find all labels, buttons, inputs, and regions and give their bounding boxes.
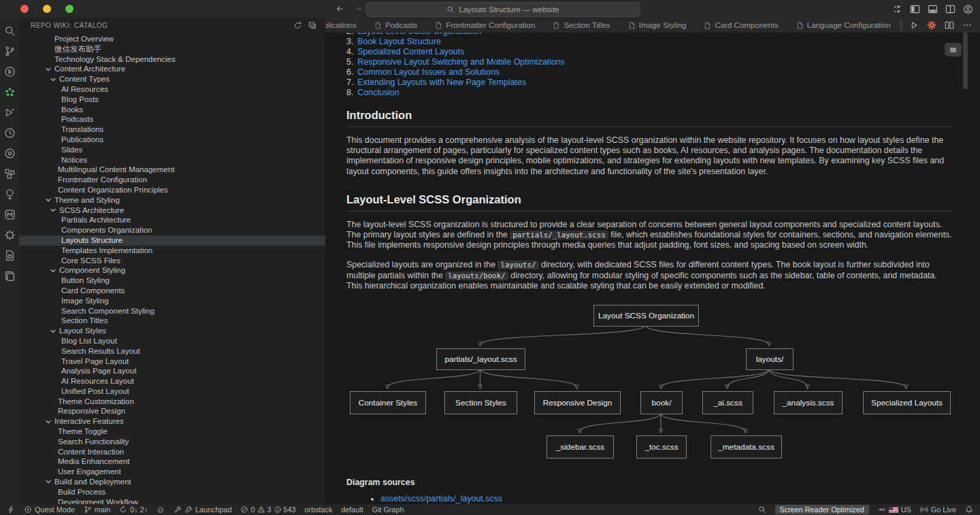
search-icon[interactable] bbox=[4, 25, 16, 37]
run-button[interactable] bbox=[909, 20, 919, 30]
sidebar-item-publications[interactable]: Publications bbox=[19, 135, 325, 145]
go-live[interactable]: Go Live bbox=[920, 505, 956, 514]
toc-link[interactable]: Extending Layouts with New Page Template… bbox=[357, 78, 526, 87]
toc-link[interactable]: Specialized Content Layouts bbox=[357, 47, 464, 56]
zoom-window-button[interactable] bbox=[65, 5, 74, 13]
back-arrow-icon[interactable] bbox=[335, 4, 344, 14]
toc-link[interactable]: Conclusion bbox=[357, 88, 399, 97]
refresh-icon[interactable] bbox=[293, 21, 302, 30]
split-editor-button[interactable] bbox=[945, 20, 954, 30]
sidebar-item-layouts-structure[interactable]: Layouts Structure bbox=[19, 235, 325, 246]
preview-menu-button[interactable] bbox=[945, 43, 962, 56]
toggle-panel-icon[interactable] bbox=[928, 4, 938, 14]
remote-indicator[interactable] bbox=[7, 505, 15, 514]
editor-scrollbar[interactable] bbox=[963, 33, 968, 89]
collapse-all-icon[interactable] bbox=[308, 21, 317, 30]
tab-language-configuration[interactable]: Language Configuration bbox=[787, 18, 900, 33]
launchpad[interactable]: Launchpad bbox=[174, 505, 231, 514]
sidebar-item-interactive-features[interactable]: Interactive Features bbox=[19, 416, 325, 427]
toc-link[interactable]: Common Layout Issues and Solutions bbox=[357, 67, 500, 77]
sidebar-item-content-organization-principles[interactable]: Content Organization Principles bbox=[19, 185, 325, 195]
toc-link[interactable]: Layout-Level SCSS Organization bbox=[357, 33, 481, 36]
sidebar-item-translations[interactable]: Translations bbox=[19, 124, 325, 135]
sidebar-item-blog-posts[interactable]: Blog Posts bbox=[19, 95, 325, 105]
sidebar-item-partials-architecture[interactable]: Partials Architecture bbox=[19, 215, 325, 225]
sidebar-item-search-component-styling[interactable]: Search Component Styling bbox=[19, 306, 325, 316]
forward-arrow-icon[interactable] bbox=[354, 4, 363, 14]
sidebar-item-theme-toggle[interactable]: Theme Toggle bbox=[19, 427, 325, 437]
sidebar-item-search-results-layout[interactable]: Search Results Layout bbox=[19, 346, 325, 356]
quest-mode[interactable]: Quest Mode bbox=[24, 505, 75, 514]
sidebar-item-search-functionality[interactable]: Search Functionality bbox=[19, 437, 325, 447]
gear-ball-icon[interactable] bbox=[4, 229, 16, 241]
tab-publications[interactable]: Publications bbox=[325, 18, 365, 33]
toc-link[interactable]: Responsive Layout Switching and Mobile O… bbox=[357, 57, 564, 67]
tab-image-styling[interactable]: Image Styling bbox=[619, 18, 696, 33]
beast-mode[interactable] bbox=[157, 505, 165, 514]
tab-podcasts[interactable]: Podcasts bbox=[365, 18, 426, 33]
sidebar-item-微信发布助手[interactable]: 微信发布助手 bbox=[19, 44, 325, 54]
sidebar-item-development-workflow[interactable]: Development Workflow bbox=[19, 497, 325, 504]
copy-pages-icon[interactable] bbox=[4, 270, 16, 282]
sidebar-item-build-process[interactable]: Build Process bbox=[19, 487, 325, 497]
profile-default[interactable]: default bbox=[341, 505, 363, 514]
sidebar-item-scss-architecture[interactable]: SCSS Architecture bbox=[19, 205, 325, 216]
tab-section-titles[interactable]: Section Titles bbox=[544, 18, 619, 33]
tab-card-components[interactable]: Card Components bbox=[695, 18, 787, 33]
sidebar-item-slides[interactable]: Slides bbox=[19, 145, 325, 155]
sidebar-item-layout-styles[interactable]: Layout Styles bbox=[19, 326, 325, 336]
sidebar-item-component-styling[interactable]: Component Styling bbox=[19, 265, 325, 276]
account-icon[interactable] bbox=[963, 4, 973, 14]
sidebar-item-components-organization[interactable]: Components Organization bbox=[19, 225, 325, 235]
sidebar-item-media-enhancement[interactable]: Media Enhancement bbox=[19, 456, 325, 467]
sidebar-item-frontmatter-configuration[interactable]: Frontmatter Configuration bbox=[19, 175, 325, 185]
sidebar-item-content-architecture[interactable]: Content Architecture bbox=[19, 64, 325, 74]
toggle-secondary-sidebar-icon[interactable] bbox=[945, 4, 956, 14]
sidebar-item-templates-implementation[interactable]: Templates Implementation bbox=[19, 246, 325, 256]
customize-layout-icon[interactable] bbox=[892, 4, 902, 14]
git-branch[interactable]: main bbox=[84, 505, 110, 514]
wiki-extension-icon[interactable] bbox=[4, 86, 16, 98]
orbstack[interactable]: orbstack bbox=[305, 505, 333, 514]
sidebar-item-project-overview[interactable]: Project Overview bbox=[19, 34, 325, 44]
sidebar-item-image-styling[interactable]: Image Styling bbox=[19, 296, 325, 306]
sidebar-item-section-titles[interactable]: Section Titles bbox=[19, 316, 325, 326]
sidebar-item-podcasts[interactable]: Podcasts bbox=[19, 114, 325, 124]
sidebar-item-core-scss-files[interactable]: Core SCSS Files bbox=[19, 256, 325, 266]
sidebar-item-travel-page-layout[interactable]: Travel Page Layout bbox=[19, 356, 325, 367]
sidebar-item-content-types[interactable]: Content Types bbox=[19, 74, 325, 84]
sidebar-item-ai-resources-layout[interactable]: AI Resources Layout bbox=[19, 376, 325, 386]
more-actions-button[interactable] bbox=[962, 20, 972, 30]
extensions-boxes-icon[interactable] bbox=[4, 168, 16, 180]
sidebar-item-theme-and-styling[interactable]: Theme and Styling bbox=[19, 195, 325, 205]
problems[interactable]: 03543 bbox=[240, 505, 295, 514]
sidebar-item-responsive-design[interactable]: Responsive Design bbox=[19, 406, 325, 416]
plant-icon[interactable] bbox=[4, 188, 16, 200]
sidebar-item-analysis-page-layout[interactable]: Analysis Page Layout bbox=[19, 366, 325, 376]
preview-burst-button[interactable] bbox=[927, 20, 936, 30]
sidebar-item-button-styling[interactable]: Button Styling bbox=[19, 276, 325, 286]
sidebar-item-notices[interactable]: Notices bbox=[19, 155, 325, 165]
toggle-sidebar-icon[interactable] bbox=[910, 4, 920, 14]
marscode-icon[interactable] bbox=[4, 209, 16, 220]
sidebar-item-books[interactable]: Books bbox=[19, 105, 325, 115]
file-settings-icon[interactable] bbox=[4, 250, 16, 261]
sidebar-item-blog-list-layout[interactable]: Blog List Layout bbox=[19, 336, 325, 346]
play-star-icon[interactable] bbox=[4, 107, 16, 118]
command-center-search[interactable]: Layouts Structure — website bbox=[365, 2, 640, 17]
toc-link[interactable]: Book Layout Structure bbox=[357, 37, 441, 46]
source-control-icon[interactable] bbox=[4, 46, 16, 57]
sidebar-item-multilingual-content-management[interactable]: Multilingual Content Management bbox=[19, 165, 325, 175]
screen-reader-mode[interactable]: Screen Reader Optimized bbox=[775, 505, 869, 514]
sidebar-item-content-interaction[interactable]: Content Interaction bbox=[19, 447, 325, 457]
zoom-indicator[interactable] bbox=[758, 505, 766, 514]
keyboard-layout[interactable]: US bbox=[878, 505, 911, 514]
sidebar-item-theme-customization[interactable]: Theme Customization bbox=[19, 397, 325, 407]
sidebar-item-user-engagement[interactable]: User Engagement bbox=[19, 467, 325, 477]
sidebar-item-technology-stack-dependencies[interactable]: Technology Stack & Dependencies bbox=[19, 54, 325, 65]
source-link[interactable]: assets/scss/partials/_layout.scss bbox=[380, 494, 502, 503]
sidebar-item-build-and-deployment[interactable]: Build and Deployment bbox=[19, 477, 325, 487]
close-window-button[interactable] bbox=[20, 5, 29, 13]
history-icon[interactable] bbox=[4, 127, 16, 139]
tab-frontmatter-configuration[interactable]: Frontmatter Configuration bbox=[426, 18, 544, 33]
